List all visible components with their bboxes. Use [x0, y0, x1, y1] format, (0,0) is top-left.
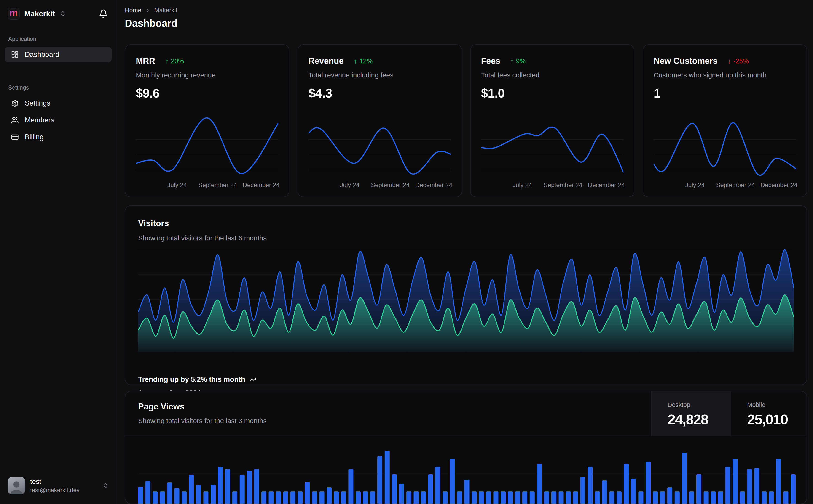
toggle-label: Desktop [668, 401, 731, 409]
page-views-chart-svg [138, 442, 796, 504]
visitors-title: Visitors [138, 219, 794, 228]
trend-arrow-icon: ↑ [165, 57, 168, 65]
x-axis-labels: July 24 September 24 December 24 [481, 182, 624, 191]
x-axis-tick: July 24 [685, 182, 705, 189]
avatar [8, 477, 25, 494]
makerkit-logo: m [8, 8, 20, 20]
page-views-header-left: Page Views Showing total visitors for th… [125, 391, 651, 436]
trend-arrow-icon: ↑ [510, 57, 514, 65]
stat-cards-row: MRR ↑ 20% Monthly recurring revenue $9.6… [125, 44, 807, 197]
breadcrumb-home-link[interactable]: Home [125, 7, 141, 14]
bell-icon[interactable] [98, 8, 109, 19]
workspace-header: m Makerkit [5, 0, 112, 26]
x-axis-tick: September 24 [371, 182, 410, 189]
stat-card-new-customers: New Customers ↓ -25% Customers who signe… [643, 44, 807, 197]
users-icon [11, 116, 19, 124]
sidebar-item-members[interactable]: Members [5, 112, 112, 128]
x-axis-labels: July 24 September 24 December 24 [654, 182, 796, 191]
x-axis-tick: July 24 [512, 182, 532, 189]
stat-card-mrr: MRR ↑ 20% Monthly recurring revenue $9.6… [125, 44, 289, 197]
credit-card-icon [11, 133, 19, 141]
stat-card-value: $1.0 [481, 86, 624, 101]
user-info: test test@makerkit.dev [30, 478, 80, 494]
stat-card-delta: ↑ 9% [510, 57, 525, 65]
stat-card-subtitle: Total revenue including fees [309, 71, 451, 79]
nav-section-label-application: Application [8, 36, 108, 42]
x-axis-labels: July 24 September 24 December 24 [309, 182, 451, 191]
sparkline-svg [481, 113, 624, 178]
trend-arrow-icon: ↓ [728, 57, 731, 65]
sparkline-svg [654, 113, 796, 178]
sidebar-item-dashboard[interactable]: Dashboard [5, 47, 112, 62]
stat-card-title: Fees [481, 56, 500, 66]
page-views-title: Page Views [138, 402, 638, 411]
x-axis-labels: July 24 September 24 December 24 [136, 182, 278, 191]
sidebar-item-label: Members [25, 116, 54, 124]
app-root: m Makerkit Application Dashboard Setting… [0, 0, 813, 504]
stat-card-subtitle: Total fees collected [481, 71, 624, 79]
chevrons-up-down-icon [102, 483, 109, 489]
nav-section-label-settings: Settings [8, 84, 108, 91]
x-axis-tick: December 24 [415, 182, 452, 189]
visitors-subtitle: Showing total visitors for the last 6 mo… [138, 234, 794, 242]
visitors-trend-line: Trending up by 5.2% this month [138, 375, 256, 384]
stat-card-revenue: Revenue ↑ 12% Total revenue including fe… [298, 44, 462, 197]
visitors-chart-svg [138, 247, 794, 352]
sidebar-item-label: Settings [25, 99, 50, 107]
toggle-value: 24,828 [668, 411, 731, 427]
sparkline-chart: July 24 September 24 December 24 [654, 113, 796, 191]
stat-card-fees: Fees ↑ 9% Total fees collected $1.0 July… [470, 44, 635, 197]
user-email: test@makerkit.dev [30, 487, 80, 494]
user-name: test [30, 478, 80, 485]
page-views-header: Page Views Showing total visitors for th… [125, 391, 807, 436]
sparkline-svg [309, 113, 451, 178]
sidebar-item-settings[interactable]: Settings [5, 95, 112, 111]
visitors-area-chart [138, 247, 794, 352]
x-axis-tick: September 24 [198, 182, 237, 189]
x-axis-tick: December 24 [588, 182, 625, 189]
stat-card-value: 1 [654, 86, 796, 101]
sidebar: m Makerkit Application Dashboard Setting… [0, 0, 117, 504]
sidebar-item-billing[interactable]: Billing [5, 129, 112, 145]
sidebar-item-label: Billing [25, 133, 44, 141]
toggle-label: Mobile [747, 401, 807, 409]
stat-card-subtitle: Monthly recurring revenue [136, 71, 278, 79]
stat-card-header: Revenue ↑ 12% [309, 56, 451, 66]
sparkline-chart: July 24 September 24 December 24 [481, 113, 624, 191]
chevron-right-icon [145, 8, 150, 13]
breadcrumb: Home Makerkit [125, 0, 807, 14]
trending-up-icon [249, 376, 256, 383]
x-axis-tick: September 24 [716, 182, 755, 189]
stat-card-delta-value: 9% [516, 57, 525, 65]
stat-card-value: $4.3 [309, 86, 451, 101]
workspace-name[interactable]: Makerkit [24, 9, 55, 18]
visitors-trend-text: Trending up by 5.2% this month [138, 375, 245, 384]
sparkline-chart: July 24 September 24 December 24 [309, 113, 451, 191]
stat-card-delta: ↑ 20% [165, 57, 184, 65]
page-views-subtitle: Showing total visitors for the last 3 mo… [138, 417, 638, 425]
stat-card-subtitle: Customers who signed up this month [654, 71, 796, 79]
visitors-card: Visitors Showing total visitors for the … [125, 205, 807, 385]
toggle-desktop[interactable]: Desktop 24,828 [651, 391, 731, 436]
sidebar-item-label: Dashboard [25, 50, 59, 59]
x-axis-tick: September 24 [543, 182, 582, 189]
stat-card-delta-value: -25% [733, 57, 749, 65]
main-content: Home Makerkit Dashboard MRR ↑ 20% Monthl… [117, 0, 813, 504]
stat-card-title: Revenue [309, 56, 344, 66]
layout-dashboard-icon [11, 51, 19, 58]
toggle-value: 25,010 [747, 411, 807, 427]
stat-card-title: MRR [136, 56, 155, 66]
sparkline-chart: July 24 September 24 December 24 [136, 113, 278, 191]
stat-card-header: Fees ↑ 9% [481, 56, 624, 66]
stat-card-title: New Customers [654, 56, 718, 66]
stat-card-delta: ↓ -25% [728, 57, 749, 65]
settings-icon [11, 99, 19, 107]
page-views-card: Page Views Showing total visitors for th… [125, 391, 807, 504]
toggle-mobile[interactable]: Mobile 25,010 [731, 391, 807, 436]
stat-card-delta: ↑ 12% [354, 57, 373, 65]
chevrons-up-down-icon[interactable] [59, 10, 66, 17]
stat-card-delta-value: 20% [171, 57, 184, 65]
page-title: Dashboard [125, 18, 807, 29]
user-menu[interactable]: test test@makerkit.dev [5, 472, 112, 504]
sparkline-svg [136, 113, 278, 178]
